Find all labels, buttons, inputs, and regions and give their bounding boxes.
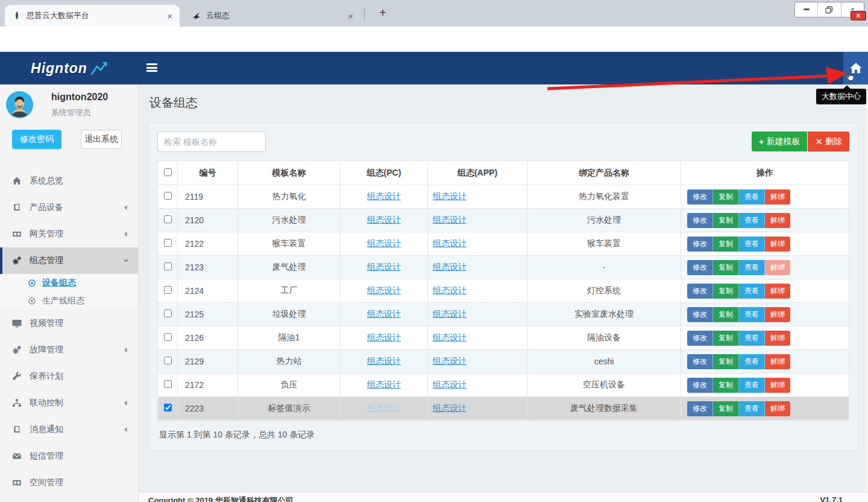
view-button[interactable]: 查看 xyxy=(739,401,765,416)
tab-close-icon[interactable]: × xyxy=(167,11,172,21)
row-checkbox[interactable] xyxy=(164,380,172,388)
unbind-button[interactable]: 解绑 xyxy=(765,237,790,252)
restore-button[interactable] xyxy=(818,2,841,17)
view-button[interactable]: 查看 xyxy=(739,260,765,275)
row-checkbox[interactable] xyxy=(164,215,172,223)
copy-button[interactable]: 复制 xyxy=(713,331,739,346)
sidebar-item-8[interactable]: 消息通知 xyxy=(0,416,138,443)
app-config-link[interactable]: 组态设计 xyxy=(433,356,467,366)
row-checkbox[interactable] xyxy=(164,310,172,317)
sidebar-item-1[interactable]: 产品设备 xyxy=(0,194,138,221)
sidebar-subitem[interactable]: 设备组态 xyxy=(0,274,138,292)
unbind-button[interactable]: 解绑 xyxy=(765,401,790,416)
sidebar-item-2[interactable]: 网关管理 xyxy=(0,221,138,247)
pc-config-link[interactable]: 组态设计 xyxy=(367,262,401,272)
edit-button[interactable]: 修改 xyxy=(687,260,713,275)
pc-config-link[interactable]: 组态设计 xyxy=(367,356,401,366)
app-config-link[interactable]: 组态设计 xyxy=(433,309,467,319)
pc-config-link[interactable]: 组态设计 xyxy=(367,215,401,224)
select-all-checkbox[interactable] xyxy=(164,168,172,176)
row-checkbox[interactable] xyxy=(164,357,172,364)
pc-config-link[interactable]: 组态设计 xyxy=(367,309,401,319)
edit-button[interactable]: 修改 xyxy=(687,378,713,393)
row-checkbox[interactable] xyxy=(164,239,172,247)
unbind-button[interactable]: 解绑 xyxy=(765,378,790,393)
copy-button[interactable]: 复制 xyxy=(713,401,739,416)
sidebar-item-7[interactable]: 联动控制 xyxy=(0,390,138,416)
row-checkbox[interactable] xyxy=(164,333,172,341)
create-template-button[interactable]: + 新建模板 xyxy=(752,132,808,151)
sidebar-subitem[interactable]: 生产线组态 xyxy=(0,292,138,310)
logout-button[interactable]: 退出系统 xyxy=(81,130,122,149)
app-config-link[interactable]: 组态设计 xyxy=(433,332,467,342)
pc-config-link[interactable]: 组态设计 xyxy=(367,285,401,295)
unbind-button[interactable]: 解绑 xyxy=(765,354,790,369)
sidebar-item-3[interactable]: 组态管理 xyxy=(0,247,138,274)
app-config-link[interactable]: 组态设计 xyxy=(433,380,467,389)
view-button[interactable]: 查看 xyxy=(739,284,765,299)
view-button[interactable]: 查看 xyxy=(739,307,765,322)
change-password-button[interactable]: 修改密码 xyxy=(12,130,61,149)
app-config-link[interactable]: 组态设计 xyxy=(433,262,467,272)
close-button[interactable]: × ✕ xyxy=(841,2,864,17)
view-button[interactable]: 查看 xyxy=(739,331,765,346)
view-button[interactable]: 查看 xyxy=(739,354,765,369)
copy-button[interactable]: 复制 xyxy=(713,378,739,393)
minimize-button[interactable] xyxy=(795,2,818,17)
app-config-link[interactable]: 组态设计 xyxy=(433,191,467,201)
pc-config-link[interactable]: 组态设计 xyxy=(367,332,401,342)
edit-button[interactable]: 修改 xyxy=(687,189,713,205)
copy-button[interactable]: 复制 xyxy=(713,354,739,369)
row-checkbox[interactable] xyxy=(164,192,172,200)
edit-button[interactable]: 修改 xyxy=(687,237,713,252)
browser-tab-active[interactable]: 思普云大数据平台 × xyxy=(5,5,180,27)
search-input[interactable] xyxy=(157,132,266,152)
sidebar-item-10[interactable]: 空间管理 xyxy=(0,469,138,496)
view-button[interactable]: 查看 xyxy=(739,237,765,252)
tab-close-icon[interactable]: × xyxy=(348,11,353,21)
unbind-button[interactable]: 解绑 xyxy=(765,307,790,322)
browser-tab-inactive[interactable]: 云组态 × xyxy=(184,5,360,27)
pc-config-link[interactable]: 组态设计 xyxy=(367,380,401,389)
copy-button[interactable]: 复制 xyxy=(713,307,739,322)
copy-button[interactable]: 复制 xyxy=(713,189,739,205)
unbind-button[interactable]: 解绑 xyxy=(765,213,790,228)
sidebar-item-5[interactable]: 故障管理 xyxy=(0,337,138,363)
unbind-button[interactable]: 解绑 xyxy=(765,260,790,275)
edit-button[interactable]: 修改 xyxy=(687,331,713,346)
hamburger-icon[interactable] xyxy=(146,63,157,72)
sidebar-item-6[interactable]: 保养计划 xyxy=(0,363,138,390)
row-checkbox[interactable] xyxy=(164,404,172,411)
copy-button[interactable]: 复制 xyxy=(713,213,739,228)
unbind-button[interactable]: 解绑 xyxy=(765,189,790,205)
sidebar-item-0[interactable]: 系统总览 xyxy=(0,168,138,194)
delete-button[interactable]: ✕ 删除 xyxy=(808,132,849,151)
new-tab-button[interactable]: + xyxy=(375,5,391,21)
view-button[interactable]: 查看 xyxy=(739,213,765,228)
app-config-link[interactable]: 组态设计 xyxy=(433,238,467,248)
edit-button[interactable]: 修改 xyxy=(687,354,713,369)
edit-button[interactable]: 修改 xyxy=(687,401,713,416)
row-checkbox[interactable] xyxy=(164,286,172,294)
pc-config-link[interactable]: 组态设计 xyxy=(367,191,401,201)
row-checkbox[interactable] xyxy=(164,262,172,270)
copy-button[interactable]: 复制 xyxy=(713,284,739,299)
app-config-link[interactable]: 组态设计 xyxy=(433,403,467,413)
page-scrollbar[interactable] xyxy=(864,84,868,492)
sidebar-item-4[interactable]: 视频管理 xyxy=(0,310,138,337)
app-config-link[interactable]: 组态设计 xyxy=(433,285,467,295)
view-button[interactable]: 查看 xyxy=(739,189,765,205)
edit-button[interactable]: 修改 xyxy=(687,213,713,228)
view-button[interactable]: 查看 xyxy=(739,378,765,393)
copy-button[interactable]: 复制 xyxy=(713,260,739,275)
app-config-link[interactable]: 组态设计 xyxy=(433,215,467,224)
pc-config-link[interactable]: 组态设计 xyxy=(367,403,401,413)
copy-button[interactable]: 复制 xyxy=(713,237,739,252)
unbind-button[interactable]: 解绑 xyxy=(765,284,790,299)
pc-config-link[interactable]: 组态设计 xyxy=(367,238,401,248)
edit-button[interactable]: 修改 xyxy=(687,284,713,299)
home-nav-button[interactable] xyxy=(843,52,868,84)
sidebar-item-9[interactable]: 短信管理 xyxy=(0,443,138,469)
unbind-button[interactable]: 解绑 xyxy=(765,331,790,346)
edit-button[interactable]: 修改 xyxy=(687,307,713,322)
